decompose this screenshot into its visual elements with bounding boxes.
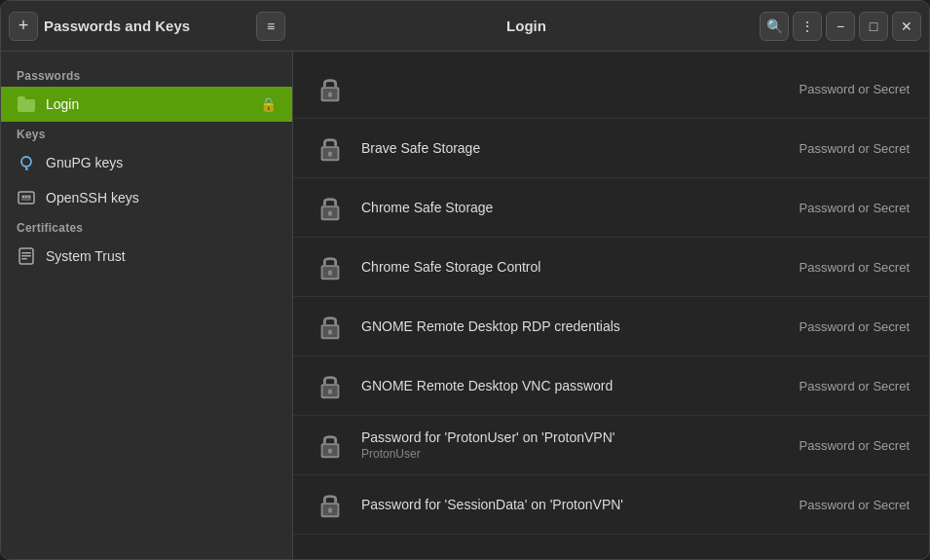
- entry-row-2[interactable]: Chrome Safe Storage Password or Secret: [293, 178, 929, 238]
- lock-icon: 🔒: [260, 96, 277, 112]
- entry-row-1[interactable]: Brave Safe Storage Password or Secret: [293, 119, 929, 178]
- svg-rect-22: [328, 211, 332, 216]
- entry-name-4: GNOME Remote Desktop RDP credentials: [361, 318, 784, 334]
- more-button[interactable]: ⋮: [793, 12, 822, 41]
- svg-rect-11: [21, 252, 31, 254]
- entry-row-7[interactable]: Password for 'SessionData' on 'ProtonVPN…: [293, 475, 929, 535]
- entry-row-3[interactable]: Chrome Safe Storage Control Password or …: [293, 238, 929, 297]
- svg-rect-31: [328, 390, 332, 394]
- entry-type-1: Password or Secret: [800, 141, 910, 156]
- openssh-icon: [17, 188, 36, 207]
- sidebar: Passwords Login 🔒 Keys: [1, 52, 293, 559]
- svg-rect-16: [328, 93, 332, 97]
- menu-button[interactable]: ≡: [256, 12, 285, 41]
- sidebar-login-label: Login: [46, 96, 250, 112]
- svg-rect-9: [28, 196, 30, 198]
- entry-icon-7: [313, 487, 348, 522]
- keys-section-label: Keys: [1, 122, 292, 145]
- titlebar-right: 🔍 ⋮ − □ ✕: [760, 12, 929, 41]
- svg-rect-7: [22, 196, 24, 198]
- folder-icon: [17, 94, 36, 114]
- maximize-button[interactable]: □: [859, 12, 888, 41]
- sidebar-systemtrust-label: System Trust: [46, 248, 277, 264]
- svg-rect-19: [328, 152, 332, 157]
- minimize-button[interactable]: −: [826, 12, 855, 41]
- app-title: Passwords and Keys: [44, 18, 250, 34]
- entry-icon-0: [313, 71, 348, 106]
- entry-type-6: Password or Secret: [800, 438, 910, 453]
- entry-type-4: Password or Secret: [800, 319, 910, 334]
- entry-info-2: Chrome Safe Storage: [361, 200, 784, 215]
- svg-rect-13: [21, 258, 27, 260]
- certificates-section-label: Certificates: [1, 215, 292, 239]
- gnupg-icon: [17, 153, 36, 172]
- search-button[interactable]: 🔍: [760, 12, 789, 41]
- titlebar-left: + Passwords and Keys ≡: [1, 12, 293, 41]
- entry-name-2: Chrome Safe Storage: [361, 200, 784, 215]
- sidebar-gnupg-label: GnuPG keys: [46, 155, 277, 170]
- svg-rect-12: [21, 255, 31, 257]
- sidebar-item-gnupg[interactable]: GnuPG keys: [1, 145, 292, 180]
- section-title: Login: [506, 18, 546, 34]
- entry-name-6: Password for 'ProtonUser' on 'ProtonVPN': [361, 429, 784, 445]
- entry-type-0: Password or Secret: [800, 82, 910, 96]
- entry-info-5: GNOME Remote Desktop VNC password: [361, 378, 784, 393]
- sidebar-item-openssh[interactable]: OpenSSH keys: [1, 180, 292, 215]
- svg-rect-1: [18, 96, 25, 101]
- entry-sub-6: ProtonUser: [361, 447, 784, 461]
- entry-icon-2: [313, 190, 348, 225]
- entry-name-5: GNOME Remote Desktop VNC password: [361, 378, 784, 393]
- entry-row-6[interactable]: Password for 'ProtonUser' on 'ProtonVPN'…: [293, 416, 929, 475]
- entry-type-2: Password or Secret: [800, 201, 910, 215]
- sidebar-item-login[interactable]: Login 🔒: [1, 87, 292, 122]
- entry-info-6: Password for 'ProtonUser' on 'ProtonVPN'…: [361, 429, 784, 461]
- entry-icon-5: [313, 368, 348, 403]
- svg-rect-28: [328, 330, 332, 335]
- entry-type-7: Password or Secret: [800, 498, 910, 512]
- svg-rect-4: [25, 168, 28, 169]
- entry-info-1: Brave Safe Storage: [361, 140, 784, 156]
- entry-icon-4: [313, 309, 348, 344]
- cert-icon: [17, 246, 36, 266]
- passwords-section-label: Passwords: [1, 63, 292, 87]
- entry-info-3: Chrome Safe Storage Control: [361, 259, 784, 275]
- entry-name-3: Chrome Safe Storage Control: [361, 259, 784, 275]
- entry-info-4: GNOME Remote Desktop RDP credentials: [361, 318, 784, 334]
- entry-row-0[interactable]: Password or Secret: [293, 59, 929, 119]
- entry-icon-6: [313, 428, 348, 463]
- entry-row-4[interactable]: GNOME Remote Desktop RDP credentials Pas…: [293, 297, 929, 356]
- main-content: Passwords Login 🔒 Keys: [1, 52, 929, 559]
- svg-rect-8: [25, 196, 27, 198]
- entry-icon-3: [313, 249, 348, 284]
- entry-icon-1: [313, 131, 348, 166]
- titlebar: + Passwords and Keys ≡ Login 🔍 ⋮ − □ ✕: [1, 1, 929, 52]
- svg-rect-25: [328, 271, 332, 276]
- entry-name-1: Brave Safe Storage: [361, 140, 784, 156]
- entry-name-7: Password for 'SessionData' on 'ProtonVPN…: [361, 497, 784, 512]
- entry-type-3: Password or Secret: [800, 260, 910, 275]
- sidebar-item-systemtrust[interactable]: System Trust: [1, 239, 292, 274]
- entry-row-5[interactable]: GNOME Remote Desktop VNC password Passwo…: [293, 356, 929, 416]
- entry-type-5: Password or Secret: [800, 379, 910, 393]
- entry-info-7: Password for 'SessionData' on 'ProtonVPN…: [361, 497, 784, 512]
- svg-rect-37: [328, 508, 332, 513]
- sidebar-openssh-label: OpenSSH keys: [46, 190, 277, 205]
- svg-point-2: [21, 157, 31, 167]
- content-area: Password or Secret Brave Safe Storage Pa…: [293, 52, 929, 559]
- add-button[interactable]: +: [9, 12, 38, 41]
- app-window: + Passwords and Keys ≡ Login 🔍 ⋮ − □ ✕ P…: [0, 0, 930, 560]
- titlebar-center: Login: [293, 18, 760, 34]
- svg-rect-34: [328, 449, 332, 454]
- close-button[interactable]: ✕: [892, 12, 921, 41]
